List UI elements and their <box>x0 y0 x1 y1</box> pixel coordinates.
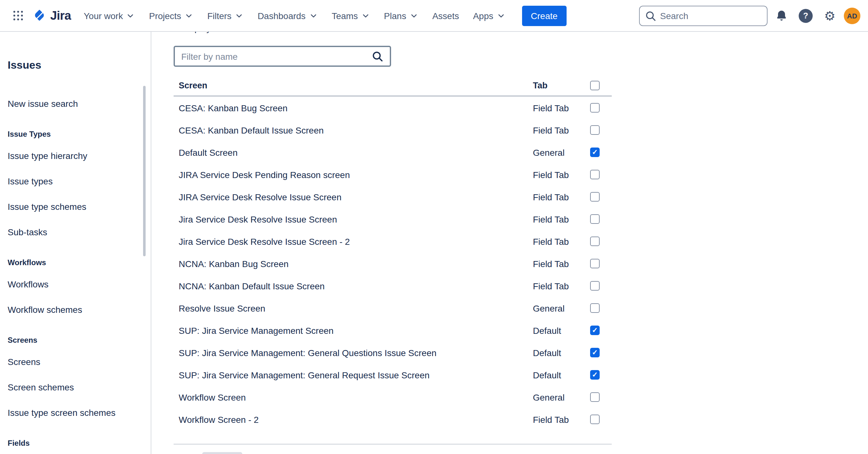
tab-cell: General <box>533 303 588 313</box>
table-row: CESA: Kanban Bug Screen Field Tab <box>174 97 612 119</box>
admin-sidebar: Issues New issue search Issue Types Issu… <box>0 32 151 454</box>
tab-cell: Field Tab <box>533 236 588 246</box>
app-switcher-icon <box>13 11 23 20</box>
sidebar-item-screen-schemes[interactable]: Screen schemes <box>8 374 139 400</box>
row-checkbox[interactable] <box>590 392 600 402</box>
table-row: SUP: Jira Service Management: General Re… <box>174 364 612 386</box>
table-row: JIRA Service Desk Resolve Issue Screen F… <box>174 186 612 208</box>
row-checkbox[interactable] <box>590 370 600 380</box>
chevron-down-icon <box>309 11 318 20</box>
notifications-button[interactable] <box>771 5 792 26</box>
tab-cell: Default <box>533 347 588 358</box>
row-checkbox[interactable] <box>590 415 600 424</box>
row-checkbox[interactable] <box>590 348 600 357</box>
screen-name-cell: Default Screen <box>174 147 533 157</box>
tab-cell: Field Tab <box>533 414 588 424</box>
nav-item-assets[interactable]: Assets <box>426 6 465 25</box>
nav-item-projects[interactable]: Projects <box>143 6 200 25</box>
navbar-search[interactable] <box>639 5 768 26</box>
tab-cell: Field Tab <box>533 192 588 202</box>
sidebar-groups: New issue search Issue Types Issue type … <box>8 91 139 449</box>
settings-button[interactable]: ⚙ <box>820 5 840 26</box>
row-checkbox[interactable] <box>590 148 600 157</box>
screen-name-cell: Jira Service Desk Resolve Issue Screen <box>174 214 533 224</box>
table-row: Workflow Screen - 2 Field Tab <box>174 408 612 430</box>
row-checkbox[interactable] <box>590 192 600 202</box>
nav-item-dashboards[interactable]: Dashboards <box>251 6 324 25</box>
row-checkbox[interactable] <box>590 237 600 246</box>
chevron-down-icon <box>497 11 505 20</box>
app-switcher-button[interactable] <box>8 5 28 26</box>
jira-logo-icon <box>32 8 47 23</box>
sidebar-item-workflows[interactable]: Workflows <box>8 272 139 297</box>
search-icon <box>645 10 656 21</box>
screen-name-cell: CESA: Kanban Default Issue Screen <box>174 125 533 135</box>
nav-item-label: Your work <box>84 10 123 21</box>
chevron-down-icon <box>235 11 244 20</box>
column-header-screen: Screen <box>174 81 533 90</box>
row-checkbox[interactable] <box>590 214 600 224</box>
nav-item-label: Filters <box>207 10 231 21</box>
user-avatar[interactable]: AD <box>844 7 860 24</box>
table-row: CESA: Kanban Default Issue Screen Field … <box>174 119 612 141</box>
nav-item-your-work[interactable]: Your work <box>77 6 142 25</box>
create-button[interactable]: Create <box>522 5 566 26</box>
row-checkbox[interactable] <box>590 259 600 268</box>
sidebar-section-issue-types: Issue Types <box>8 128 139 140</box>
update-button-cutoff[interactable] <box>202 452 242 454</box>
screen-name-cell: JIRA Service Desk Resolve Issue Screen <box>174 192 533 202</box>
help-question-icon: ? <box>799 8 813 23</box>
table-row: JIRA Service Desk Pending Reason screen … <box>174 163 612 186</box>
search-input[interactable] <box>660 10 762 21</box>
sidebar-item-sub-tasks[interactable]: Sub-tasks <box>8 219 139 245</box>
sidebar-section-workflows: Workflows <box>8 257 139 268</box>
sidebar-item-issue-types[interactable]: Issue types <box>8 169 139 194</box>
filter-input[interactable] <box>181 51 366 61</box>
screen-name-cell: Resolve Issue Screen <box>174 303 533 313</box>
select-all-checkbox[interactable] <box>590 81 600 90</box>
top-navbar: Jira Your work Projects Filters Dashboar… <box>0 0 868 32</box>
sidebar-item-issue-type-schemes[interactable]: Issue type schemes <box>8 194 139 219</box>
tab-cell: Field Tab <box>533 281 588 291</box>
nav-item-plans[interactable]: Plans <box>378 6 425 25</box>
nav-item-label: Projects <box>149 10 181 21</box>
sidebar-item-new-issue-search[interactable]: New issue search <box>8 91 139 116</box>
screen-name-cell: Workflow Screen - 2 <box>174 414 533 424</box>
row-checkbox[interactable] <box>590 281 600 291</box>
row-checkbox[interactable] <box>590 303 600 313</box>
sidebar-item-issue-type-screen-schemes[interactable]: Issue type screen schemes <box>8 400 139 425</box>
nav-item-apps[interactable]: Apps <box>467 6 512 25</box>
filter-field[interactable] <box>174 46 391 67</box>
nav-item-teams[interactable]: Teams <box>325 6 376 25</box>
row-checkbox[interactable] <box>590 125 600 135</box>
screen-name-cell: SUP: Jira Service Management: General Qu… <box>174 347 533 358</box>
sidebar-item-workflow-schemes[interactable]: Workflow schemes <box>8 297 139 322</box>
chevron-down-icon <box>361 11 370 20</box>
screen-name-cell: CESA: Kanban Bug Screen <box>174 103 533 113</box>
table-row: Jira Service Desk Resolve Issue Screen -… <box>174 230 612 252</box>
table-body: CESA: Kanban Bug Screen Field Tab CESA: … <box>174 97 612 430</box>
row-checkbox[interactable] <box>590 326 600 335</box>
row-checkbox[interactable] <box>590 170 600 179</box>
sidebar-item-issue-type-hierarchy[interactable]: Issue type hierarchy <box>8 143 139 169</box>
chevron-down-icon <box>126 11 135 20</box>
screen-name-cell: SUP: Jira Service Management: General Re… <box>174 370 533 380</box>
tab-cell: Field Tab <box>533 259 588 269</box>
screen-name-cell: Workflow Screen <box>174 392 533 402</box>
tab-cell: Field Tab <box>533 214 588 224</box>
help-button[interactable]: ? <box>796 5 816 26</box>
jira-logo[interactable]: Jira <box>32 8 71 23</box>
sidebar-scrollbar-thumb[interactable] <box>143 86 146 256</box>
app: Jira Your work Projects Filters Dashboar… <box>0 0 868 454</box>
nav-item-filters[interactable]: Filters <box>201 6 250 25</box>
main-content: displayed Screen Tab CESA: Kanban Bug Sc… <box>151 0 868 454</box>
sidebar-item-screens[interactable]: Screens <box>8 349 139 374</box>
screen-name-cell: SUP: Jira Service Management Screen <box>174 325 533 335</box>
nav-item-label: Apps <box>473 10 493 21</box>
chevron-down-icon <box>409 11 418 20</box>
tab-cell: General <box>533 147 588 157</box>
nav-item-label: Plans <box>384 10 406 21</box>
row-checkbox[interactable] <box>590 103 600 113</box>
table-row: SUP: Jira Service Management Screen Defa… <box>174 319 612 341</box>
tab-cell: Default <box>533 325 588 335</box>
